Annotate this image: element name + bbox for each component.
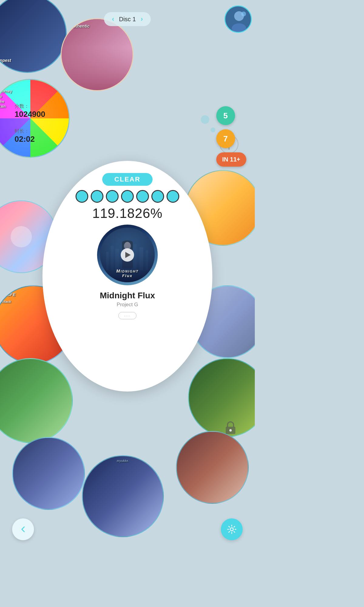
score-label: 分数： xyxy=(15,103,45,110)
lock-icon xyxy=(224,421,237,437)
difficulty-badges: 5 7 IN 11+ xyxy=(216,106,246,167)
score-section: 分数： 1024900 xyxy=(15,103,45,119)
play-triangle-icon xyxy=(125,252,131,258)
dot-3 xyxy=(106,190,119,203)
dot-2 xyxy=(91,190,103,203)
dot-4 xyxy=(121,190,134,203)
play-button[interactable] xyxy=(121,248,134,262)
bg-album-1: tempest Plum xyxy=(0,0,67,73)
duration-section: 时长： 02:02 xyxy=(15,128,45,144)
back-button[interactable] xyxy=(12,518,34,540)
more-button[interactable]: ··· xyxy=(118,312,136,319)
disc-navigation: ‹ Disc 1 › xyxy=(104,12,151,26)
bg-album-10 xyxy=(188,358,255,437)
svg-point-10 xyxy=(232,23,246,33)
next-disc-button[interactable]: › xyxy=(141,15,143,23)
duration-value: 02:02 xyxy=(15,134,45,144)
song-title: Midnight Flux xyxy=(100,291,155,300)
settings-button[interactable] xyxy=(221,518,243,540)
album-sublabel-1: Plum xyxy=(0,65,7,69)
prev-disc-button[interactable]: ‹ xyxy=(112,15,114,23)
album-label-1: tempest xyxy=(0,58,11,63)
score-duration-panel: 分数： 1024900 时长： 02:02 xyxy=(15,103,45,144)
journey-label: JourneyToTheRain xyxy=(0,89,12,109)
bg-album-2: authentic xyxy=(61,18,133,91)
disc-title: Disc 1 xyxy=(119,16,136,23)
svg-point-11 xyxy=(241,12,246,16)
song-artist: Project G xyxy=(117,302,138,308)
dot-7 xyxy=(167,190,179,203)
bottom-navigation xyxy=(0,518,255,540)
album-label-5: NOSFE xyxy=(1,292,15,297)
medium-badge[interactable]: 7 xyxy=(216,129,235,148)
album-thumbnail[interactable]: Midnight Flux xyxy=(97,225,158,285)
bg-album-11 xyxy=(176,431,249,504)
album-label-5b: Attack xyxy=(1,300,11,304)
accuracy-percentage: 119.1826% xyxy=(92,206,163,221)
album-song-title-overlay: Midnight Flux xyxy=(97,268,158,278)
performance-dots xyxy=(76,190,179,203)
score-value: 1024900 xyxy=(15,110,45,119)
album-label-2: authentic xyxy=(71,24,89,29)
bg-album-7 xyxy=(12,437,85,510)
dot-5 xyxy=(136,190,149,203)
deco-dot-2 xyxy=(211,127,215,132)
deco-dot-1 xyxy=(201,115,209,124)
user-avatar[interactable] xyxy=(224,5,252,33)
myukke-label: myukke. xyxy=(117,459,129,463)
dot-6 xyxy=(151,190,164,203)
easy-badge[interactable]: 5 xyxy=(216,106,235,125)
clear-badge: CLEAR xyxy=(102,173,153,186)
svg-point-7 xyxy=(229,429,232,432)
duration-label: 时长： xyxy=(15,128,45,134)
dot-1 xyxy=(76,190,88,203)
hard-badge[interactable]: IN 11+ xyxy=(216,152,246,167)
svg-point-28 xyxy=(230,528,233,531)
song-card: CLEAR 119.1826% xyxy=(42,161,212,392)
bg-album-6 xyxy=(0,358,73,443)
